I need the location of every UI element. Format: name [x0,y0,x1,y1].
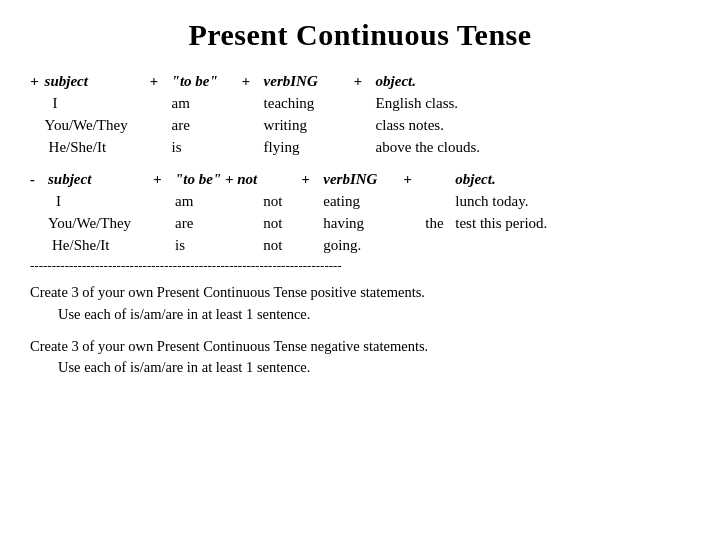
s2-plus4-r2 [403,212,425,234]
s2-the-r2: the [425,212,455,234]
s2-dash-r2 [30,212,48,234]
s1-subject-r2: You/We/They [45,114,150,136]
col-plus3-1: + [242,70,264,158]
s1-plus3-r1 [242,92,264,114]
s2-the-r3 [425,234,455,256]
col-tobe2: "to be" + not am are is [175,168,263,256]
s2-not-r3: not [263,234,301,256]
s2-plus2-header: + [153,168,175,190]
s1-object-r3: above the clouds. [376,136,576,158]
instruction-1-main: Create 3 of your own Present Continuous … [30,284,425,300]
s2-plus3-header: + [301,168,323,190]
col-verbing1: verbING teaching writing flying [264,70,354,158]
s1-object-r1: English class. [376,92,576,114]
instruction-2: Create 3 of your own Present Continuous … [30,336,690,380]
col-dash2: - [30,168,48,256]
section-sep [30,158,690,168]
instruction-2-main: Create 3 of your own Present Continuous … [30,338,428,354]
col-plus3-2: + [301,168,323,256]
s2-object-r3 [455,234,615,256]
s2-verbing-r1: eating [323,190,403,212]
col-not2: not not not [263,168,301,256]
s1-verbing-r3: flying [264,136,354,158]
s2-object-r1: lunch today. [455,190,615,212]
s2-the-header [425,168,455,190]
s1-plus-header: + [30,70,45,92]
s2-tobe-r1: am [175,190,263,212]
instruction-2-sub: Use each of is/am/are in at least 1 sent… [58,357,310,379]
s2-dash-r3 [30,234,48,256]
instructions-section: Create 3 of your own Present Continuous … [30,282,690,389]
s1-tobe-r3: is [172,136,242,158]
s1-plus-r3 [30,136,45,158]
s1-plus4-r2 [354,114,376,136]
col-plus2-2: + [153,168,175,256]
s1-subject-r3: He/She/It [45,136,150,158]
instruction-1-sub: Use each of is/am/are in at least 1 sent… [58,304,310,326]
s1-verbing-header: verbING [264,70,354,92]
col-subject1: subject I You/We/They He/She/It [45,70,150,158]
s2-plus3-r1 [301,190,323,212]
s2-tobe-r2: are [175,212,263,234]
s2-object-header: object. [455,168,615,190]
s2-verbing-r3: going. [323,234,403,256]
s2-subject-r3: He/She/It [48,234,153,256]
col-plus2-1: + [150,70,172,158]
s1-plus4-header: + [354,70,376,92]
s1-plus2-r2 [150,114,172,136]
s2-tobe-r3: is [175,234,263,256]
s1-tobe-r2: are [172,114,242,136]
s1-plus2-r3 [150,136,172,158]
s2-plus2-r2 [153,212,175,234]
s2-plus4-header: + [403,168,425,190]
col-tobe1: "to be" am are is [172,70,242,158]
s2-not-r2: not [263,212,301,234]
s2-plus2-r1 [153,190,175,212]
s2-subject-header: subject [48,168,153,190]
s1-plus-r2 [30,114,45,136]
s2-plus2-r3 [153,234,175,256]
dashed-divider: ----------------------------------------… [30,258,690,274]
s2-tobe-header: "to be" + not [175,168,263,190]
instruction-1: Create 3 of your own Present Continuous … [30,282,690,326]
col-plus4-2: + [403,168,425,256]
s1-subject-header: subject [45,70,150,92]
s1-subject-r1: I [45,92,150,114]
s1-plus3-r2 [242,114,264,136]
col-the2: the [425,168,455,256]
s2-verbing-header: verbING [323,168,403,190]
s2-dash-r1 [30,190,48,212]
col-verbing2: verbING eating having going. [323,168,403,256]
s1-tobe-header: "to be" [172,70,242,92]
section1-table: + subject I You/We/They He/She/It + "to … [30,70,690,158]
col-object2: object. lunch today. test this period. [455,168,615,256]
s2-plus4-r3 [403,234,425,256]
col-subject2: subject I You/We/They He/She/It [48,168,153,256]
s1-tobe-r1: am [172,92,242,114]
s1-object-r2: class notes. [376,114,576,136]
s1-plus3-header: + [242,70,264,92]
s1-object-header: object. [376,70,576,92]
col-plus4-1: + [354,70,376,158]
s2-plus4-r1 [403,190,425,212]
page: Present Continuous Tense + subject I You… [0,0,720,540]
s2-dash-header: - [30,168,48,190]
s2-not-header [263,168,301,190]
col-dash1: + [30,70,45,158]
s1-verbing-r1: teaching [264,92,354,114]
s1-plus2-r1 [150,92,172,114]
page-title: Present Continuous Tense [30,18,690,52]
section2-table: - subject I You/We/They He/She/It + "to … [30,168,690,256]
s2-subject-r2: You/We/They [48,212,153,234]
s2-subject-r1: I [48,190,153,212]
s2-object-r2: test this period. [455,212,615,234]
s1-plus3-r3 [242,136,264,158]
s2-plus3-r3 [301,234,323,256]
s1-plus4-r3 [354,136,376,158]
s2-plus3-r2 [301,212,323,234]
col-object1: object. English class. class notes. abov… [376,70,576,158]
s1-plus-r1 [30,92,45,114]
s2-the-r1 [425,190,455,212]
s1-verbing-r2: writing [264,114,354,136]
s2-verbing-r2: having [323,212,403,234]
